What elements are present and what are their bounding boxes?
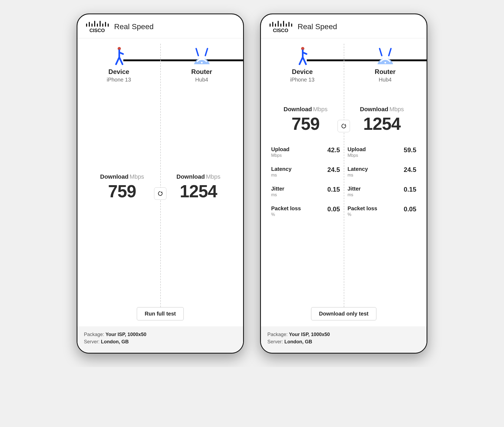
download-label: Download bbox=[176, 173, 205, 180]
device-download-block: DownloadMbps 759 bbox=[270, 106, 341, 133]
device-stats: UploadMbps 42.5 Latencyms 24.5 Jitterms … bbox=[270, 143, 341, 222]
svg-line-25 bbox=[380, 49, 382, 56]
refresh-icon bbox=[341, 123, 347, 129]
action-row: Run full test bbox=[77, 307, 243, 326]
router-download-value: 1254 bbox=[163, 182, 234, 201]
download-unit: Mbps bbox=[130, 173, 144, 180]
router-label: Router bbox=[344, 68, 427, 76]
device-name: iPhone 13 bbox=[77, 77, 160, 83]
router-icon bbox=[375, 48, 396, 65]
latency-label: Latency bbox=[348, 166, 368, 172]
app-title: Real Speed bbox=[114, 22, 154, 31]
jitter-label: Jitter bbox=[271, 186, 284, 192]
router-label: Router bbox=[160, 68, 243, 76]
server-value: London, GB bbox=[101, 339, 129, 344]
latency-unit: ms bbox=[348, 173, 368, 178]
device-column: DownloadMbps 759 UploadMbps 42.5 Latency… bbox=[267, 98, 344, 307]
router-download-value: 1254 bbox=[346, 114, 417, 133]
device-download-value: 759 bbox=[270, 114, 341, 133]
device-label: Device bbox=[261, 68, 344, 76]
device-upload-value: 42.5 bbox=[327, 146, 340, 154]
device-label: Device bbox=[77, 68, 160, 76]
footer: Package: Your ISP, 1000x50 Server: Londo… bbox=[261, 326, 427, 353]
router-name: Hub4 bbox=[344, 77, 427, 83]
phone-simple: CISCO Real Speed Device iPhone 13 bbox=[77, 13, 244, 354]
column-divider bbox=[344, 44, 344, 307]
package-value: Your ISP, 1000x50 bbox=[105, 332, 146, 337]
person-device-icon bbox=[112, 46, 126, 65]
download-label: Download bbox=[284, 106, 312, 113]
latency-label: Latency bbox=[271, 166, 292, 172]
stat-packetloss: Packet loss% 0.05 bbox=[346, 202, 417, 222]
device-packetloss-value: 0.05 bbox=[327, 205, 340, 213]
refresh-button[interactable] bbox=[338, 120, 350, 132]
jitter-unit: ms bbox=[271, 192, 284, 197]
packetloss-unit: % bbox=[348, 212, 377, 217]
jitter-label: Jitter bbox=[348, 186, 361, 192]
stat-latency: Latencyms 24.5 bbox=[270, 163, 341, 182]
server-label: Server: bbox=[267, 339, 283, 344]
phone-full: CISCO Real Speed Device iPhone 13 bbox=[260, 13, 427, 354]
download-unit: Mbps bbox=[389, 106, 404, 113]
column-divider bbox=[160, 44, 161, 307]
router-download-block: DownloadMbps 1254 bbox=[346, 106, 417, 133]
packetloss-unit: % bbox=[271, 212, 301, 217]
router-column: DownloadMbps 1254 bbox=[160, 98, 237, 307]
refresh-button[interactable] bbox=[154, 187, 166, 200]
upload-unit: Mbps bbox=[271, 153, 290, 158]
router-column: DownloadMbps 1254 UploadMbps 59.5 Latenc… bbox=[344, 98, 420, 307]
jitter-unit: ms bbox=[348, 192, 361, 197]
latency-unit: ms bbox=[271, 173, 292, 178]
results-columns: DownloadMbps 759 DownloadMbps 1254 bbox=[77, 98, 243, 307]
router-icon bbox=[191, 48, 212, 65]
app-header: CISCO Real Speed bbox=[261, 14, 427, 38]
packetloss-label: Packet loss bbox=[271, 205, 301, 212]
svg-line-12 bbox=[205, 49, 207, 56]
download-label: Download bbox=[100, 173, 128, 180]
refresh-icon bbox=[157, 191, 163, 196]
svg-point-27 bbox=[384, 62, 386, 63]
router-upload-value: 59.5 bbox=[404, 146, 416, 154]
topology-router: Router Hub4 bbox=[344, 44, 427, 83]
footer: Package: Your ISP, 1000x50 Server: Londo… bbox=[77, 326, 243, 353]
device-jitter-value: 0.15 bbox=[327, 186, 340, 193]
topology-device: Device iPhone 13 bbox=[77, 44, 160, 83]
download-unit: Mbps bbox=[206, 173, 220, 180]
svg-text:CISCO: CISCO bbox=[89, 28, 105, 33]
stat-upload: UploadMbps 42.5 bbox=[270, 143, 341, 163]
topology-device: Device iPhone 13 bbox=[261, 44, 344, 83]
svg-line-26 bbox=[389, 49, 391, 56]
router-latency-value: 24.5 bbox=[404, 166, 416, 174]
results-columns: DownloadMbps 759 UploadMbps 42.5 Latency… bbox=[261, 98, 427, 307]
package-label: Package: bbox=[84, 332, 104, 337]
stat-jitter: Jitterms 0.15 bbox=[270, 182, 341, 202]
download-unit: Mbps bbox=[313, 106, 328, 113]
server-value: London, GB bbox=[284, 339, 312, 344]
device-name: iPhone 13 bbox=[261, 77, 344, 83]
download-only-test-button[interactable]: Download only test bbox=[311, 307, 376, 320]
package-value: Your ISP, 1000x50 bbox=[289, 332, 330, 337]
server-label: Server: bbox=[84, 339, 100, 344]
svg-text:CISCO: CISCO bbox=[273, 28, 288, 33]
stat-latency: Latencyms 24.5 bbox=[346, 163, 417, 182]
device-latency-value: 24.5 bbox=[327, 166, 340, 174]
router-download-block: DownloadMbps 1254 bbox=[163, 173, 234, 201]
router-name: Hub4 bbox=[160, 77, 243, 83]
action-row: Download only test bbox=[261, 307, 427, 326]
cisco-logo-icon: CISCO bbox=[85, 20, 109, 33]
device-column: DownloadMbps 759 bbox=[84, 98, 160, 307]
upload-unit: Mbps bbox=[348, 153, 366, 158]
app-header: CISCO Real Speed bbox=[77, 14, 243, 38]
router-jitter-value: 0.15 bbox=[404, 186, 416, 193]
topology-router: Router Hub4 bbox=[160, 44, 243, 83]
upload-label: Upload bbox=[348, 146, 366, 152]
stat-packetloss: Packet loss% 0.05 bbox=[270, 202, 341, 222]
cisco-logo-icon: CISCO bbox=[268, 20, 293, 33]
router-stats: UploadMbps 59.5 Latencyms 24.5 Jitterms … bbox=[346, 143, 417, 222]
person-device-icon bbox=[296, 46, 309, 65]
upload-label: Upload bbox=[271, 146, 290, 152]
svg-point-13 bbox=[201, 62, 203, 63]
download-label: Download bbox=[360, 106, 388, 113]
run-full-test-button[interactable]: Run full test bbox=[137, 307, 184, 320]
stat-upload: UploadMbps 59.5 bbox=[346, 143, 417, 163]
